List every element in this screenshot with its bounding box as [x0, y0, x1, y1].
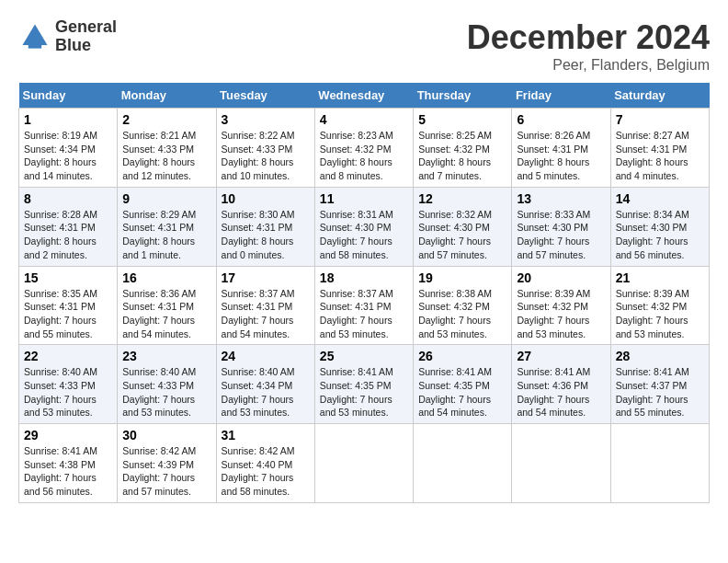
day-info: Sunrise: 8:31 AM Sunset: 4:30 PM Dayligh…: [320, 208, 408, 262]
calendar-cell: [512, 424, 610, 503]
calendar-cell: [314, 424, 413, 503]
title-area: December 2024 Peer, Flanders, Belgium: [467, 18, 710, 74]
day-info: Sunrise: 8:41 AM Sunset: 4:38 PM Dayligh…: [24, 444, 112, 499]
calendar-cell: 12Sunrise: 8:32 AM Sunset: 4:30 PM Dayli…: [414, 187, 512, 266]
svg-marker-0: [23, 24, 48, 45]
day-info: Sunrise: 8:30 AM Sunset: 4:31 PM Dayligh…: [222, 208, 310, 262]
day-number: 17: [222, 270, 310, 285]
calendar-cell: 14Sunrise: 8:34 AM Sunset: 4:30 PM Dayli…: [610, 187, 709, 266]
calendar-cell: 8Sunrise: 8:28 AM Sunset: 4:31 PM Daylig…: [19, 187, 118, 266]
day-info: Sunrise: 8:40 AM Sunset: 4:33 PM Dayligh…: [24, 365, 112, 419]
day-info: Sunrise: 8:40 AM Sunset: 4:33 PM Dayligh…: [122, 365, 210, 419]
logo-line1: General: [55, 18, 117, 37]
header-wednesday: Wednesday: [314, 83, 413, 109]
calendar-cell: 13Sunrise: 8:33 AM Sunset: 4:30 PM Dayli…: [512, 187, 610, 266]
calendar-cell: 22Sunrise: 8:40 AM Sunset: 4:33 PM Dayli…: [19, 345, 118, 424]
day-number: 15: [24, 270, 112, 285]
day-number: 22: [24, 349, 112, 363]
day-info: Sunrise: 8:22 AM Sunset: 4:33 PM Dayligh…: [222, 129, 310, 183]
svg-rect-1: [28, 45, 41, 49]
week-row-1: 1Sunrise: 8:19 AM Sunset: 4:34 PM Daylig…: [19, 109, 710, 188]
calendar-cell: 5Sunrise: 8:25 AM Sunset: 4:32 PM Daylig…: [414, 109, 512, 188]
day-info: Sunrise: 8:38 AM Sunset: 4:32 PM Dayligh…: [418, 287, 506, 341]
logo: General Blue: [18, 18, 117, 55]
week-row-4: 22Sunrise: 8:40 AM Sunset: 4:33 PM Dayli…: [19, 345, 710, 424]
day-number: 31: [222, 428, 310, 442]
header-thursday: Thursday: [414, 83, 512, 109]
calendar-cell: 19Sunrise: 8:38 AM Sunset: 4:32 PM Dayli…: [414, 266, 512, 345]
day-number: 16: [122, 270, 210, 285]
day-number: 25: [320, 349, 408, 363]
day-number: 5: [418, 112, 506, 127]
location: Peer, Flanders, Belgium: [467, 57, 710, 74]
day-info: Sunrise: 8:34 AM Sunset: 4:30 PM Dayligh…: [616, 208, 704, 262]
header-sunday: Sunday: [19, 83, 118, 109]
week-row-3: 15Sunrise: 8:35 AM Sunset: 4:31 PM Dayli…: [19, 266, 710, 345]
header: General Blue December 2024 Peer, Flander…: [18, 18, 710, 74]
day-number: 28: [616, 349, 704, 363]
day-number: 21: [616, 270, 704, 285]
header-row: SundayMondayTuesdayWednesdayThursdayFrid…: [19, 83, 710, 109]
calendar-cell: 28Sunrise: 8:41 AM Sunset: 4:37 PM Dayli…: [610, 345, 709, 424]
calendar-cell: [414, 424, 512, 503]
day-info: Sunrise: 8:37 AM Sunset: 4:31 PM Dayligh…: [320, 287, 408, 341]
day-info: Sunrise: 8:29 AM Sunset: 4:31 PM Dayligh…: [122, 208, 210, 262]
calendar-cell: 26Sunrise: 8:41 AM Sunset: 4:35 PM Dayli…: [414, 345, 512, 424]
day-info: Sunrise: 8:25 AM Sunset: 4:32 PM Dayligh…: [418, 129, 506, 183]
day-number: 12: [418, 191, 506, 206]
logo-icon: [18, 20, 51, 53]
calendar-cell: 17Sunrise: 8:37 AM Sunset: 4:31 PM Dayli…: [216, 266, 314, 345]
day-info: Sunrise: 8:40 AM Sunset: 4:34 PM Dayligh…: [222, 365, 310, 419]
day-number: 1: [24, 112, 112, 127]
calendar-cell: 29Sunrise: 8:41 AM Sunset: 4:38 PM Dayli…: [19, 424, 118, 503]
day-number: 9: [122, 191, 210, 206]
day-number: 19: [418, 270, 506, 285]
day-info: Sunrise: 8:41 AM Sunset: 4:36 PM Dayligh…: [517, 365, 605, 419]
day-number: 10: [222, 191, 310, 206]
day-number: 26: [418, 349, 506, 363]
calendar-cell: 6Sunrise: 8:26 AM Sunset: 4:31 PM Daylig…: [512, 109, 610, 188]
day-number: 23: [122, 349, 210, 363]
calendar-cell: 31Sunrise: 8:42 AM Sunset: 4:40 PM Dayli…: [216, 424, 314, 503]
day-info: Sunrise: 8:42 AM Sunset: 4:39 PM Dayligh…: [122, 444, 210, 499]
header-tuesday: Tuesday: [216, 83, 314, 109]
day-number: 7: [616, 112, 704, 127]
day-number: 14: [616, 191, 704, 206]
day-number: 8: [24, 191, 112, 206]
day-number: 24: [222, 349, 310, 363]
calendar-cell: 15Sunrise: 8:35 AM Sunset: 4:31 PM Dayli…: [19, 266, 118, 345]
calendar-cell: 30Sunrise: 8:42 AM Sunset: 4:39 PM Dayli…: [118, 424, 216, 503]
day-info: Sunrise: 8:41 AM Sunset: 4:35 PM Dayligh…: [418, 365, 506, 419]
calendar-cell: [610, 424, 709, 503]
day-number: 2: [122, 112, 210, 127]
day-info: Sunrise: 8:39 AM Sunset: 4:32 PM Dayligh…: [616, 287, 704, 341]
day-info: Sunrise: 8:19 AM Sunset: 4:34 PM Dayligh…: [24, 129, 112, 183]
calendar-cell: 16Sunrise: 8:36 AM Sunset: 4:31 PM Dayli…: [118, 266, 216, 345]
week-row-2: 8Sunrise: 8:28 AM Sunset: 4:31 PM Daylig…: [19, 187, 710, 266]
day-info: Sunrise: 8:37 AM Sunset: 4:31 PM Dayligh…: [222, 287, 310, 341]
day-number: 18: [320, 270, 408, 285]
calendar-cell: 11Sunrise: 8:31 AM Sunset: 4:30 PM Dayli…: [314, 187, 413, 266]
calendar-cell: 27Sunrise: 8:41 AM Sunset: 4:36 PM Dayli…: [512, 345, 610, 424]
day-info: Sunrise: 8:35 AM Sunset: 4:31 PM Dayligh…: [24, 287, 112, 341]
day-info: Sunrise: 8:27 AM Sunset: 4:31 PM Dayligh…: [616, 129, 704, 183]
calendar-cell: 3Sunrise: 8:22 AM Sunset: 4:33 PM Daylig…: [216, 109, 314, 188]
day-info: Sunrise: 8:32 AM Sunset: 4:30 PM Dayligh…: [418, 208, 506, 262]
day-info: Sunrise: 8:21 AM Sunset: 4:33 PM Dayligh…: [122, 129, 210, 183]
header-monday: Monday: [118, 83, 216, 109]
calendar-cell: 2Sunrise: 8:21 AM Sunset: 4:33 PM Daylig…: [118, 109, 216, 188]
calendar-cell: 18Sunrise: 8:37 AM Sunset: 4:31 PM Dayli…: [314, 266, 413, 345]
day-number: 13: [517, 191, 605, 206]
day-number: 6: [517, 112, 605, 127]
day-info: Sunrise: 8:26 AM Sunset: 4:31 PM Dayligh…: [517, 129, 605, 183]
day-number: 11: [320, 191, 408, 206]
calendar-cell: 1Sunrise: 8:19 AM Sunset: 4:34 PM Daylig…: [19, 109, 118, 188]
day-number: 30: [122, 428, 210, 442]
day-number: 20: [517, 270, 605, 285]
day-number: 4: [320, 112, 408, 127]
calendar-cell: 4Sunrise: 8:23 AM Sunset: 4:32 PM Daylig…: [314, 109, 413, 188]
day-number: 29: [24, 428, 112, 442]
day-info: Sunrise: 8:33 AM Sunset: 4:30 PM Dayligh…: [517, 208, 605, 262]
day-info: Sunrise: 8:42 AM Sunset: 4:40 PM Dayligh…: [222, 444, 310, 499]
day-info: Sunrise: 8:36 AM Sunset: 4:31 PM Dayligh…: [122, 287, 210, 341]
